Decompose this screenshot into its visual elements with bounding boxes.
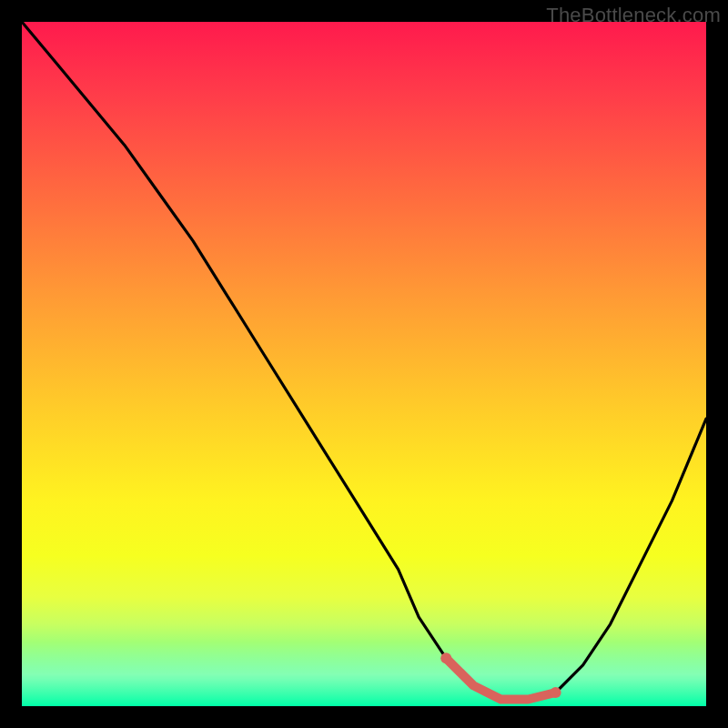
bottleneck-curve-path [22, 22, 706, 700]
sweet-spot-end-right [551, 687, 561, 698]
chart-frame [22, 22, 706, 706]
sweet-spot-highlight [446, 658, 555, 699]
sweet-spot-end-left [440, 652, 451, 663]
watermark-text: TheBottleneck.com [546, 4, 721, 27]
chart-svg [22, 22, 706, 706]
